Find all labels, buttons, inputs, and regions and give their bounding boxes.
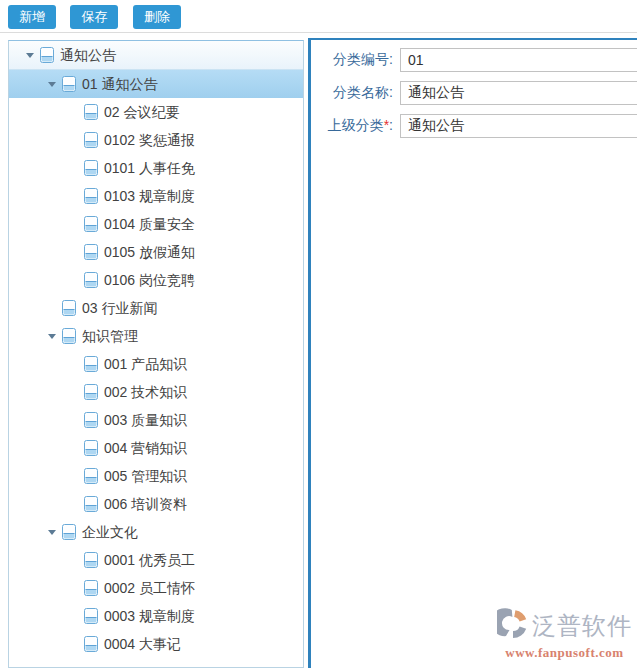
parent-category-label: 上级分类*: [315, 117, 393, 135]
field-label-colon: : [389, 51, 393, 67]
document-icon [62, 328, 76, 344]
tree-node[interactable]: 0004 大事记 [9, 630, 303, 658]
tree-node-label[interactable]: 02 会议纪要 [104, 98, 179, 126]
document-icon [84, 468, 98, 484]
tree-node[interactable]: 005 管理知识 [9, 462, 303, 490]
tree-node-label[interactable]: 005 管理知识 [104, 462, 187, 490]
field-label-text: 分类编号 [333, 51, 389, 67]
add-button[interactable]: 新增 [8, 5, 56, 29]
tree-node-label[interactable]: 0104 质量安全 [104, 210, 195, 238]
tree-node[interactable]: 004 营销知识 [9, 434, 303, 462]
tree-node[interactable]: 03 行业新闻 [9, 294, 303, 322]
document-icon [84, 272, 98, 288]
tree-node-label[interactable]: 0003 规章制度 [104, 602, 195, 630]
tree-node[interactable]: 0102 奖惩通报 [9, 126, 303, 154]
tree-node-label[interactable]: 0004 大事记 [104, 630, 181, 658]
tree-node[interactable]: 0105 放假通知 [9, 238, 303, 266]
tree-node[interactable]: 01 通知公告 [9, 70, 303, 98]
delete-button[interactable]: 删除 [133, 5, 181, 29]
category-name-field-row: 分类名称: [315, 81, 637, 105]
tree-node[interactable]: 0101 人事任免 [9, 154, 303, 182]
watermark: 泛普软件 www.fanpusoft.com [497, 608, 632, 661]
document-icon [84, 608, 98, 624]
tree-node-label[interactable]: 企业文化 [82, 518, 138, 546]
expander-spacer [43, 300, 61, 316]
document-icon [84, 244, 98, 260]
tree-node[interactable]: 0103 规章制度 [9, 182, 303, 210]
tree-node[interactable]: 006 培训资料 [9, 490, 303, 518]
document-icon [84, 356, 98, 372]
expander-spacer [65, 216, 83, 232]
fanpu-logo-icon [497, 608, 529, 644]
tree-node-label[interactable]: 0105 放假通知 [104, 238, 195, 266]
watermark-url: www.fanpusoft.com [497, 645, 632, 661]
expander-spacer [65, 608, 83, 624]
document-icon [40, 47, 54, 63]
watermark-brand-row: 泛普软件 [497, 608, 632, 644]
expander-spacer [65, 440, 83, 456]
document-icon [84, 636, 98, 652]
document-icon [84, 160, 98, 176]
tree-node-label[interactable]: 0102 奖惩通报 [104, 126, 195, 154]
document-icon [84, 440, 98, 456]
tree-node[interactable]: 001 产品知识 [9, 350, 303, 378]
tree-node-label[interactable]: 0001 优秀员工 [104, 546, 195, 574]
tree-node-label[interactable]: 03 行业新闻 [82, 294, 157, 322]
tree-node-label[interactable]: 002 技术知识 [104, 378, 187, 406]
document-icon [84, 384, 98, 400]
tree-node[interactable]: 通知公告 [9, 41, 303, 70]
tree-node[interactable]: 0003 规章制度 [9, 602, 303, 630]
tree-node[interactable]: 0001 优秀员工 [9, 546, 303, 574]
toolbar: 新增 保存 删除 [0, 0, 637, 33]
parent-category-input[interactable] [400, 114, 637, 138]
field-label-text: 分类名称 [333, 84, 389, 100]
category-code-input[interactable] [400, 48, 637, 72]
document-icon [62, 76, 76, 92]
tree-node-label[interactable]: 0106 岗位竞聘 [104, 266, 195, 294]
expander-spacer [65, 580, 83, 596]
watermark-brand-text: 泛普软件 [532, 614, 632, 638]
tree-node[interactable]: 0104 质量安全 [9, 210, 303, 238]
expander-spacer [65, 636, 83, 652]
category-code-field-row: 分类编号: [315, 48, 637, 72]
tree-node-label[interactable]: 通知公告 [60, 41, 116, 69]
category-code-label: 分类编号: [315, 51, 393, 69]
collapse-arrow-icon[interactable] [43, 328, 61, 344]
tree-node-label[interactable]: 01 通知公告 [82, 70, 157, 98]
tree-node[interactable]: 0106 岗位竞聘 [9, 266, 303, 294]
tree-node-label[interactable]: 0101 人事任免 [104, 154, 195, 182]
document-icon [84, 496, 98, 512]
document-icon [84, 412, 98, 428]
tree-node-label[interactable]: 006 培训资料 [104, 490, 187, 518]
tree-node-label[interactable]: 0002 员工情怀 [104, 574, 195, 602]
expander-spacer [65, 496, 83, 512]
tree-node-label[interactable]: 001 产品知识 [104, 350, 187, 378]
field-label-colon: : [389, 117, 393, 133]
category-tree: 通知公告01 通知公告02 会议纪要0102 奖惩通报0101 人事任免0103… [9, 41, 303, 658]
tree-node[interactable]: 企业文化 [9, 518, 303, 546]
tree-node[interactable]: 02 会议纪要 [9, 98, 303, 126]
tree-node[interactable]: 002 技术知识 [9, 378, 303, 406]
tree-node-label[interactable]: 004 营销知识 [104, 434, 187, 462]
collapse-arrow-icon[interactable] [43, 76, 61, 92]
collapse-arrow-icon[interactable] [43, 524, 61, 540]
expander-spacer [65, 272, 83, 288]
parent-category-field-row: 上级分类*: [315, 114, 637, 138]
expander-spacer [65, 412, 83, 428]
collapse-arrow-icon[interactable] [21, 47, 39, 63]
field-label-colon: : [389, 84, 393, 100]
document-icon [84, 552, 98, 568]
tree-node-label[interactable]: 知识管理 [82, 322, 138, 350]
save-button[interactable]: 保存 [70, 5, 118, 29]
tree-node[interactable]: 0002 员工情怀 [9, 574, 303, 602]
tree-node[interactable]: 003 质量知识 [9, 406, 303, 434]
expander-spacer [65, 132, 83, 148]
category-form-panel: 分类编号:分类名称:上级分类*: 泛普软件 www.fanpusoft.com [308, 38, 637, 668]
category-name-input[interactable] [400, 81, 637, 105]
document-icon [84, 216, 98, 232]
document-icon [84, 132, 98, 148]
tree-node-label[interactable]: 0103 规章制度 [104, 182, 195, 210]
tree-node-label[interactable]: 003 质量知识 [104, 406, 187, 434]
tree-node[interactable]: 知识管理 [9, 322, 303, 350]
expander-spacer [65, 104, 83, 120]
